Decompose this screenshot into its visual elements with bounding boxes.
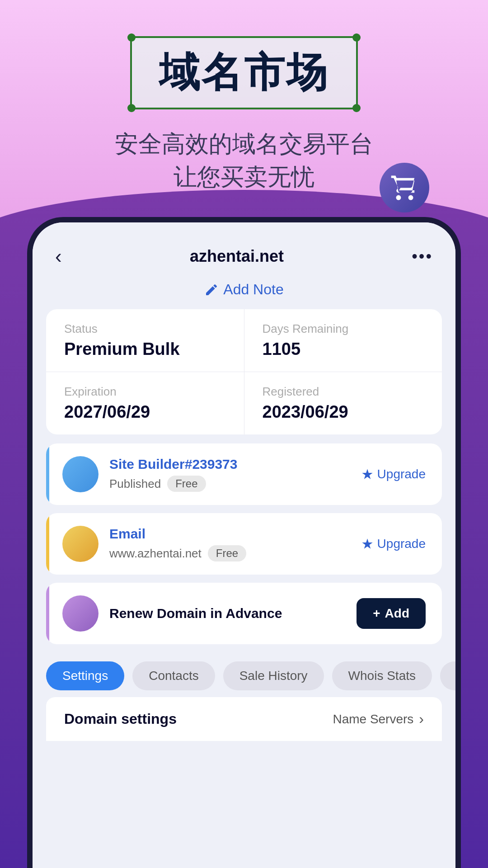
status-label: Status <box>64 322 226 336</box>
renew-card[interactable]: Renew Domain in Advance + Add <box>46 583 442 644</box>
tab-h[interactable]: H <box>440 661 455 690</box>
bottom-section[interactable]: Domain settings Name Servers › <box>46 697 442 741</box>
subtitle: 安全高效的域名交易平台 让您买卖无忧 <box>115 127 373 193</box>
email-avatar <box>62 526 99 562</box>
info-row-2: Expiration 2027/06/29 Registered 2023/06… <box>46 372 442 434</box>
days-value: 1105 <box>263 340 424 359</box>
status-cell: Status Premium Bulk <box>46 309 244 372</box>
phone-frame: ‹ azhentai.net ••• Add Note Status Premi… <box>27 217 461 868</box>
renew-name: Renew Domain in Advance <box>109 606 346 621</box>
days-label: Days Remaining <box>263 322 424 336</box>
site-builder-sub-row: Published Free <box>109 476 350 492</box>
registered-label: Registered <box>263 385 424 399</box>
add-note-button[interactable]: Add Note <box>204 281 283 298</box>
star-icon <box>361 468 374 481</box>
more-button[interactable]: ••• <box>412 247 433 266</box>
renew-info: Renew Domain in Advance <box>109 606 346 621</box>
site-builder-avatar <box>62 456 99 492</box>
email-bar <box>46 513 49 575</box>
chevron-right-icon: › <box>419 711 424 727</box>
corner-bl <box>127 104 136 112</box>
tab-contacts[interactable]: Contacts <box>132 661 215 690</box>
top-section: 域名市场 安全高效的域名交易平台 让您买卖无忧 <box>0 0 488 193</box>
cart-svg <box>390 173 419 203</box>
site-builder-info: Site Builder#239373 Published Free <box>109 457 350 492</box>
site-builder-sub: Published <box>109 477 161 491</box>
edit-icon <box>204 283 219 297</box>
phone-header: ‹ azhentai.net ••• <box>33 222 455 277</box>
status-value: Premium Bulk <box>64 340 226 359</box>
expiration-label: Expiration <box>64 385 226 399</box>
site-builder-upgrade-label: Upgrade <box>377 467 426 481</box>
add-note-label: Add Note <box>223 281 283 298</box>
domain-settings-label: Domain settings <box>64 711 177 727</box>
site-builder-badge: Free <box>167 476 206 492</box>
main-title: 域名市场 <box>159 50 329 95</box>
title-box: 域名市场 <box>130 36 358 109</box>
corner-br <box>352 104 361 112</box>
days-cell: Days Remaining 1105 <box>244 309 442 372</box>
tab-sale-history[interactable]: Sale History <box>223 661 324 690</box>
email-name: Email <box>109 526 350 542</box>
tab-whois-stats[interactable]: Whois Stats <box>332 661 432 690</box>
cart-icon <box>380 163 429 212</box>
site-builder-name: Site Builder#239373 <box>109 457 350 472</box>
add-label: Add <box>385 606 409 621</box>
domain-info-card: Status Premium Bulk Days Remaining 1105 … <box>46 309 442 434</box>
domain-name: azhentai.net <box>190 247 284 266</box>
subtitle-line2: 让您买卖无忧 <box>174 164 314 190</box>
tab-settings[interactable]: Settings <box>46 661 124 690</box>
email-upgrade-label: Upgrade <box>377 537 426 551</box>
subtitle-line1: 安全高效的域名交易平台 <box>115 131 373 157</box>
name-servers-row[interactable]: Name Servers › <box>333 711 424 727</box>
email-star-icon <box>361 538 374 550</box>
site-builder-card[interactable]: Site Builder#239373 Published Free Upgra… <box>46 443 442 505</box>
expiration-value: 2027/06/29 <box>64 402 226 422</box>
add-note-row: Add Note <box>33 277 455 309</box>
site-builder-bar <box>46 443 49 505</box>
phone-screen: ‹ azhentai.net ••• Add Note Status Premi… <box>33 222 455 868</box>
scroll-area[interactable]: Status Premium Bulk Days Remaining 1105 … <box>33 309 455 868</box>
site-builder-upgrade-button[interactable]: Upgrade <box>361 467 426 481</box>
back-button[interactable]: ‹ <box>55 245 62 268</box>
email-badge: Free <box>208 545 246 561</box>
expiration-cell: Expiration 2027/06/29 <box>46 372 244 434</box>
renew-bar <box>46 583 49 644</box>
email-card[interactable]: Email www.azhentai.net Free Upgrade <box>46 513 442 575</box>
email-upgrade-button[interactable]: Upgrade <box>361 537 426 551</box>
email-info: Email www.azhentai.net Free <box>109 526 350 561</box>
renew-avatar <box>62 595 99 632</box>
email-sub-row: www.azhentai.net Free <box>109 545 350 561</box>
renew-add-button[interactable]: + Add <box>357 598 426 629</box>
name-servers-label: Name Servers <box>333 712 413 726</box>
registered-cell: Registered 2023/06/29 <box>244 372 442 434</box>
registered-value: 2023/06/29 <box>263 402 424 422</box>
tab-bar: Settings Contacts Sale History Whois Sta… <box>33 652 455 697</box>
email-sub: www.azhentai.net <box>109 547 202 561</box>
info-row-1: Status Premium Bulk Days Remaining 1105 <box>46 309 442 372</box>
add-plus: + <box>373 606 380 621</box>
